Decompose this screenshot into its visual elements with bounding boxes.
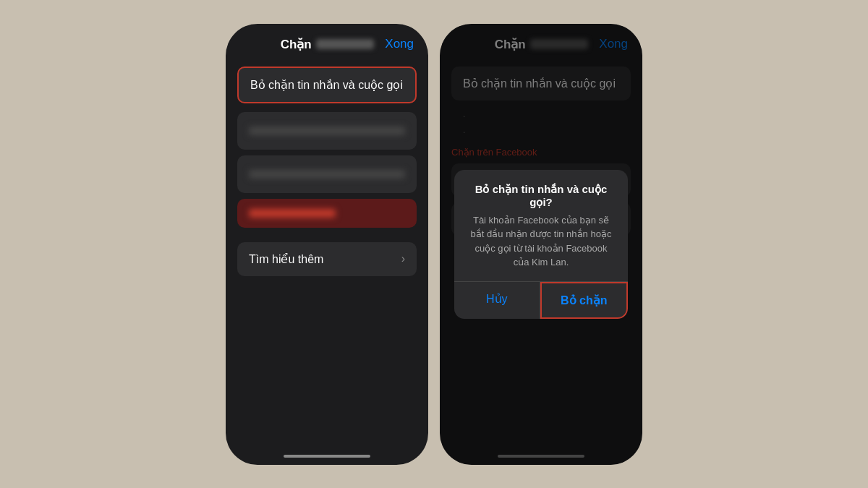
phone1-blurred-content-2 xyxy=(249,170,405,179)
phone1-blurred-row-1 xyxy=(237,112,417,150)
phone1-unblock-text: Bỏ chặn tin nhắn và cuộc gọi xyxy=(250,79,403,91)
modal-cancel-button[interactable]: Hủy xyxy=(454,282,540,319)
phone1-blurred-row-2 xyxy=(237,155,417,193)
modal-unblock-button[interactable]: Bỏ chặn xyxy=(540,282,629,319)
phone2-modal-dialog: Bỏ chặn tin nhắn và cuộc gọi? Tài khoản … xyxy=(454,170,628,319)
phones-container: Chặn Xong Bỏ chặn tin nhắn và cuộc gọi xyxy=(226,24,642,465)
phone1-chevron-icon: › xyxy=(401,252,405,265)
phone1-blurred-name xyxy=(316,39,374,49)
modal-title: Bỏ chặn tin nhắn và cuộc gọi? xyxy=(454,170,628,213)
phone1-red-row xyxy=(237,199,417,228)
phone1-title: Chặn xyxy=(281,37,374,52)
modal-body: Tài khoản Facebook của bạn sẽ bắt đầu nh… xyxy=(454,213,628,281)
phone1-learn-more-row[interactable]: Tìm hiểu thêm › xyxy=(237,242,417,276)
phone1-done-button[interactable]: Xong xyxy=(385,37,414,51)
phone1-header: Chặn Xong xyxy=(226,24,428,61)
phone1-blurred-content-1 xyxy=(249,127,405,135)
phone2-modal-overlay: Bỏ chặn tin nhắn và cuộc gọi? Tài khoản … xyxy=(440,24,642,465)
modal-buttons: Hủy Bỏ chặn xyxy=(454,282,628,319)
phone1-home-indicator xyxy=(284,455,370,458)
phone1-content: Bỏ chặn tin nhắn và cuộc gọi Tìm hiểu th… xyxy=(226,61,428,455)
phone-1: Chặn Xong Bỏ chặn tin nhắn và cuộc gọi xyxy=(226,24,428,465)
phone1-title-text: Chặn xyxy=(281,37,312,52)
phone1-red-content xyxy=(249,209,336,218)
phone-2: Chặn Xong Bỏ chặn tin nhắn và cuộc gọi .… xyxy=(440,24,642,465)
phone1-learn-more-text: Tìm hiểu thêm xyxy=(249,252,323,266)
phone1-unblock-row[interactable]: Bỏ chặn tin nhắn và cuộc gọi xyxy=(237,67,417,103)
